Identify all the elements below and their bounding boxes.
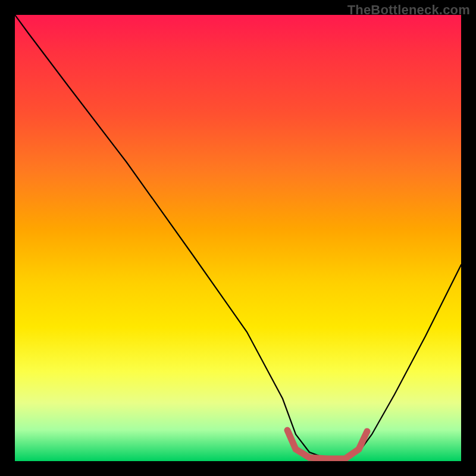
primary-curve [15,15,461,459]
chart-frame: TheBottleneck.com [0,0,476,476]
plot-area [15,15,461,461]
watermark-text: TheBottleneck.com [347,2,470,18]
optimal-segment [287,430,367,459]
curve-layer [15,15,461,461]
